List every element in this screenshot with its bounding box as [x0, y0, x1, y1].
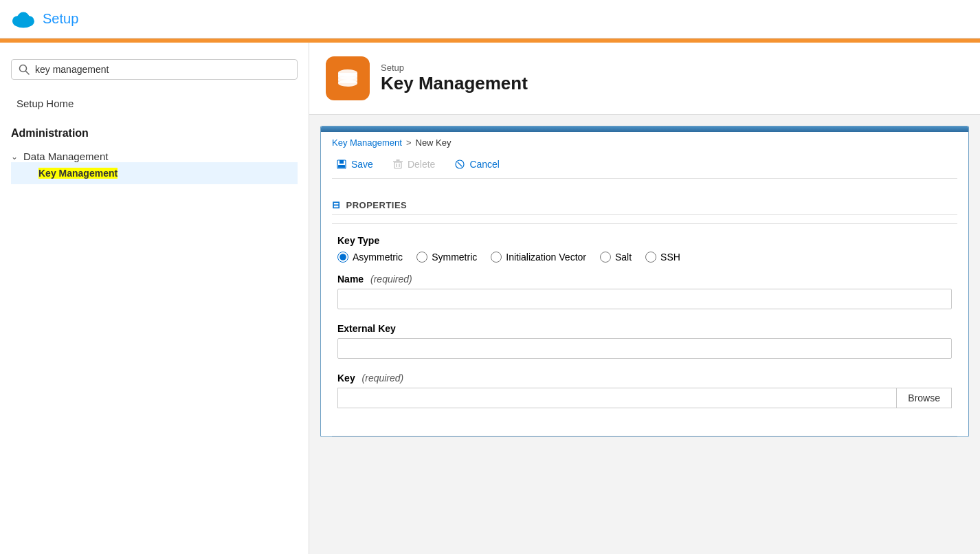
nav-group-data-management: ⌄ Data Management Key Management	[0, 145, 309, 190]
sidebar: Setup Home Administration ⌄ Data Managem…	[0, 43, 309, 554]
section-header: ⊟ Properties	[332, 195, 957, 215]
trash-icon	[392, 159, 403, 170]
save-icon	[336, 159, 347, 170]
db-icon	[335, 66, 360, 91]
breadcrumb-parent[interactable]: Key Management	[332, 137, 402, 148]
page-title: Key Management	[381, 73, 528, 94]
chevron-down-icon: ⌄	[11, 152, 18, 162]
search-container	[0, 54, 309, 91]
svg-point-3	[17, 12, 29, 23]
name-field-row: Name (required)	[337, 274, 952, 309]
svg-line-5	[26, 71, 30, 75]
nav-group-data-management-label[interactable]: ⌄ Data Management	[11, 151, 298, 162]
radio-symmetric[interactable]: Symmetric	[416, 252, 477, 263]
toolbar: Save Delete	[332, 151, 957, 178]
key-field-row: Key (required) Browse	[337, 373, 952, 408]
breadcrumb-separator: >	[406, 137, 412, 148]
key-file-input[interactable]	[337, 388, 896, 408]
key-type-label: Key Type	[337, 235, 952, 246]
key-type-row: Key Type Asymmetric Symmetric	[337, 235, 952, 263]
cancel-icon	[454, 159, 465, 170]
key-management-icon	[326, 56, 370, 100]
sidebar-section-administration: Administration	[0, 116, 309, 145]
form-body: Key Type Asymmetric Symmetric	[332, 235, 957, 408]
properties-section: ⊟ Properties Key Type Asymmetric	[332, 187, 957, 430]
svg-point-12	[338, 80, 357, 87]
content-wrapper: Key Management > New Key Save	[320, 126, 969, 437]
radio-initialization-vector[interactable]: Initialization Vector	[491, 252, 586, 263]
delete-button[interactable]: Delete	[388, 156, 439, 173]
external-key-input[interactable]	[337, 338, 952, 359]
external-key-field-row: External Key	[337, 323, 952, 359]
salesforce-logo	[11, 7, 36, 32]
search-icon	[19, 64, 30, 75]
sidebar-item-setup-home[interactable]: Setup Home	[0, 91, 309, 116]
top-header: Setup	[0, 0, 980, 38]
radio-group: Asymmetric Symmetric Initialization Vect…	[337, 252, 952, 263]
name-label: Name (required)	[337, 274, 952, 285]
file-input-row: Browse	[337, 388, 952, 408]
sidebar-item-key-management[interactable]: Key Management	[11, 162, 298, 184]
breadcrumb: Key Management > New Key	[332, 132, 957, 151]
key-label: Key (required)	[337, 373, 952, 384]
svg-rect-15	[338, 165, 345, 168]
external-key-label: External Key	[337, 323, 952, 334]
collapse-icon[interactable]: ⊟	[332, 199, 341, 210]
cancel-button[interactable]: Cancel	[450, 156, 504, 173]
svg-rect-14	[339, 160, 344, 164]
radio-asymmetric[interactable]: Asymmetric	[337, 252, 403, 263]
page-header: Setup Key Management	[309, 43, 980, 115]
main-layout: Setup Home Administration ⌄ Data Managem…	[0, 43, 980, 554]
svg-line-22	[458, 162, 462, 166]
page-header-text: Setup Key Management	[381, 63, 528, 94]
breadcrumb-current: New Key	[416, 137, 452, 148]
setup-label: Setup	[381, 63, 528, 73]
app-title: Setup	[43, 11, 78, 27]
search-input[interactable]	[35, 64, 290, 75]
radio-ssh[interactable]: SSH	[645, 252, 680, 263]
save-button[interactable]: Save	[332, 156, 377, 173]
search-box[interactable]	[11, 59, 298, 80]
svg-rect-16	[394, 162, 401, 168]
blue-header-band	[321, 126, 968, 132]
content-area: Setup Key Management Key Management > Ne…	[309, 43, 980, 554]
browse-button[interactable]: Browse	[896, 388, 952, 408]
radio-salt[interactable]: Salt	[600, 252, 632, 263]
name-input[interactable]	[337, 289, 952, 309]
